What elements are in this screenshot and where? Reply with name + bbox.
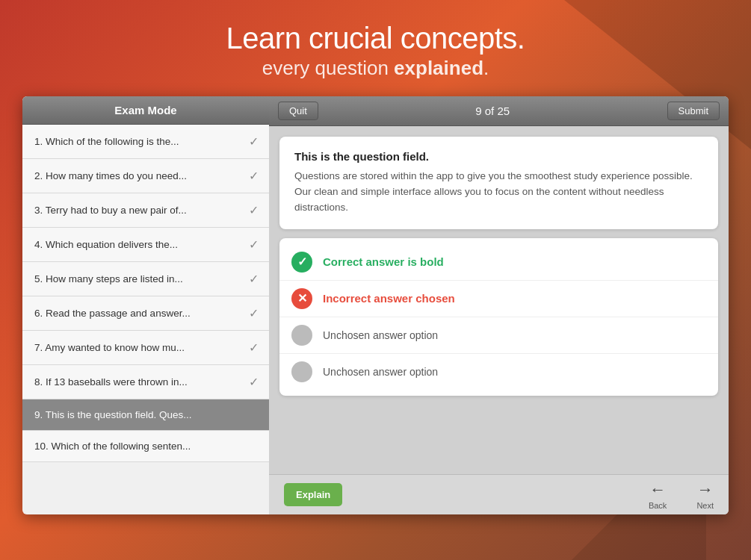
sidebar-item-label: 1. Which of the following is the...	[34, 136, 179, 147]
question-card: This is the question field. Questions ar…	[279, 137, 718, 229]
sidebar-item-label: 10. Which of the following senten...	[34, 441, 191, 452]
sidebar-item-2[interactable]: 2. How many times do you need...✓	[22, 159, 269, 193]
sidebar-item-label: 2. How many times do you need...	[34, 170, 187, 181]
answer-text-4: Unchosen answer option	[323, 366, 438, 378]
sidebar-header: Exam Mode	[22, 96, 269, 125]
bottombar: Explain ← Back → Next	[269, 474, 729, 514]
check-icon: ✓	[249, 272, 259, 286]
question-counter: 9 of 25	[475, 105, 510, 117]
sidebar-item-label: 3. Terry had to buy a new pair of...	[34, 205, 187, 216]
hero-title: Learn crucial concepts.	[0, 21, 751, 55]
sidebar-item-9[interactable]: 9. This is the question field. Ques...	[22, 399, 269, 431]
sidebar-item-label: 9. This is the question field. Ques...	[34, 409, 192, 420]
explain-button[interactable]: Explain	[284, 483, 342, 506]
content-panel: Quit 9 of 25 Submit This is the question…	[269, 96, 729, 514]
sidebar-item-8[interactable]: 8. If 13 baseballs were thrown in...✓	[22, 365, 269, 399]
check-icon: ✓	[249, 306, 259, 320]
check-icon: ✓	[249, 237, 259, 252]
answers-card: ✓Correct answer is bold✕Incorrect answer…	[279, 238, 718, 396]
next-arrow-icon: →	[697, 480, 714, 500]
check-icon: ✓	[249, 203, 259, 217]
answer-option-4[interactable]: Unchosen answer option	[279, 354, 718, 390]
back-arrow-icon: ←	[649, 480, 666, 500]
sidebar-item-7[interactable]: 7. Amy wanted to know how mu...✓	[22, 331, 269, 365]
sidebar-item-label: 4. Which equation delivers the...	[34, 239, 178, 250]
sidebar-item-10[interactable]: 10. Which of the following senten...	[22, 431, 269, 462]
answer-option-3[interactable]: Unchosen answer option	[279, 317, 718, 354]
hero-section: Learn crucial concepts. every question e…	[0, 0, 751, 96]
answer-option-2[interactable]: ✕Incorrect answer chosen	[279, 281, 718, 317]
sidebar-items: 1. Which of the following is the...✓2. H…	[22, 125, 269, 514]
check-icon: ✓	[249, 375, 259, 389]
sidebar-item-label: 6. Read the passage and answer...	[34, 308, 191, 319]
sidebar-item-label: 7. Amy wanted to know how mu...	[34, 342, 185, 353]
unchosen-icon	[291, 361, 312, 382]
topbar: Quit 9 of 25 Submit	[269, 96, 729, 126]
back-nav[interactable]: ← Back	[649, 480, 667, 510]
sidebar-item-5[interactable]: 5. How many steps are listed in...✓	[22, 262, 269, 296]
next-label: Next	[696, 501, 714, 510]
next-nav[interactable]: → Next	[696, 480, 714, 510]
sidebar-item-label: 8. If 13 baseballs were thrown in...	[34, 376, 188, 388]
answer-text-1: Correct answer is bold	[323, 255, 444, 268]
sidebar-item-3[interactable]: 3. Terry had to buy a new pair of...✓	[22, 193, 269, 228]
sidebar-item-6[interactable]: 6. Read the passage and answer...✓	[22, 296, 269, 331]
sidebar: Exam Mode 1. Which of the following is t…	[22, 96, 269, 514]
sidebar-item-label: 5. How many steps are listed in...	[34, 273, 183, 284]
quit-button[interactable]: Quit	[278, 102, 318, 120]
answer-text-2: Incorrect answer chosen	[323, 292, 455, 305]
main-container: Exam Mode 1. Which of the following is t…	[22, 96, 729, 514]
back-label: Back	[649, 501, 667, 510]
incorrect-icon: ✕	[291, 288, 312, 309]
answer-text-3: Unchosen answer option	[323, 329, 438, 341]
question-body: Questions are stored within the app to g…	[294, 169, 703, 216]
unchosen-icon	[291, 325, 312, 346]
correct-icon: ✓	[291, 252, 312, 273]
question-title: This is the question field.	[294, 150, 703, 163]
sidebar-item-1[interactable]: 1. Which of the following is the...✓	[22, 125, 269, 159]
submit-button[interactable]: Submit	[667, 102, 720, 120]
check-icon: ✓	[249, 134, 259, 149]
check-icon: ✓	[249, 169, 259, 183]
hero-subtitle: every question explained.	[0, 57, 751, 80]
sidebar-item-4[interactable]: 4. Which equation delivers the...✓	[22, 228, 269, 262]
answer-option-1[interactable]: ✓Correct answer is bold	[279, 244, 718, 281]
check-icon: ✓	[249, 340, 259, 355]
content-scroll: This is the question field. Questions ar…	[269, 126, 729, 474]
nav-group: ← Back → Next	[649, 480, 714, 510]
